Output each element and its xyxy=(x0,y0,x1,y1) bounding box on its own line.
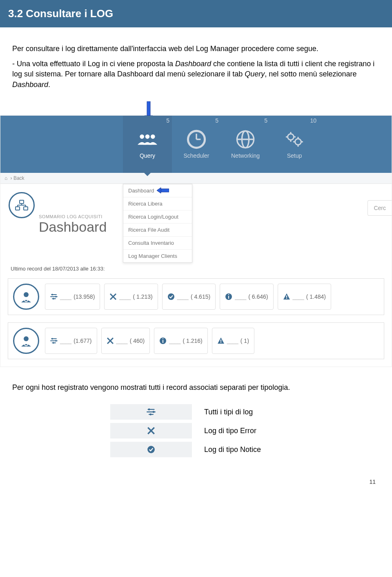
all-icon xyxy=(50,337,58,344)
stat-error[interactable]: ____( 460) xyxy=(101,328,150,354)
svg-rect-42 xyxy=(147,101,150,116)
gears-icon xyxy=(285,130,304,149)
legend-label: Log di tipo Error xyxy=(204,427,256,435)
nav-badge: 10 xyxy=(310,117,316,124)
section-header: 3.2 Consultare i LOG xyxy=(0,0,392,27)
below-paragraph: Per ogni host registrato vengono mostrat… xyxy=(0,367,392,396)
dropdown-item-log-manager-clients[interactable]: Log Manager Clients xyxy=(123,250,192,262)
users-icon xyxy=(138,130,157,149)
query-dropdown: Dashboard Ricerca Libera Ricerca Login/L… xyxy=(123,184,192,263)
page-number: 11 xyxy=(0,466,392,497)
nav-tab-scheduler[interactable]: 5 Scheduler xyxy=(172,116,221,173)
nav-label: Scheduler xyxy=(183,152,209,159)
nav-label: Setup xyxy=(287,152,302,159)
info-icon xyxy=(159,337,167,344)
host-icon xyxy=(13,328,39,354)
nav-badge: 5 xyxy=(166,117,169,124)
all-icon xyxy=(110,404,192,420)
error-icon xyxy=(110,423,192,439)
nav-label: Networking xyxy=(231,152,260,159)
dropdown-item-ricerca-login[interactable]: Ricerca Login/Logout xyxy=(123,210,192,224)
nav-label: Query xyxy=(140,152,155,159)
notice-icon xyxy=(110,442,192,458)
legend-label: Log di tipo Notice xyxy=(204,445,261,454)
nav-badge: 5 xyxy=(264,117,267,124)
warn-icon xyxy=(217,337,225,344)
intro-paragraph: Per consultare i log direttamente dall'i… xyxy=(12,44,380,54)
stat-info[interactable]: ____( 1.216) xyxy=(154,328,207,354)
home-icon[interactable]: ⌂ xyxy=(4,175,7,181)
stat-warn[interactable]: ____( 1) xyxy=(212,328,254,354)
clock-icon xyxy=(187,130,206,149)
all-icon xyxy=(50,293,58,300)
dashboard-icon xyxy=(9,192,35,218)
error-icon xyxy=(109,293,117,300)
stat-all[interactable]: ____(13.958) xyxy=(45,284,100,310)
host-card: ____(13.958) ____( 1.213) ____( 4.615) _… xyxy=(8,278,384,315)
nav-badge: 5 xyxy=(215,117,218,124)
notice-icon xyxy=(167,293,175,300)
nav-tab-setup[interactable]: 10 Setup xyxy=(270,116,319,173)
last-record-time: Ultimo record del 18/07/2013 alle 16:33: xyxy=(0,266,392,275)
breadcrumb: ⌂ › Back xyxy=(0,173,392,184)
dashboard-subtitle: SOMMARIO LOG ACQUISITI xyxy=(39,214,107,219)
dashboard-title: Dashboard xyxy=(39,219,107,235)
dropdown-item-consulta-inventario[interactable]: Consulta Inventario xyxy=(123,237,192,250)
legend-row-error: Log di tipo Error xyxy=(110,423,282,439)
stat-warn[interactable]: ____( 1.484) xyxy=(278,284,331,310)
error-icon xyxy=(107,337,114,344)
host-card: ____(1.677) ____( 460) ____( 1.216) ____… xyxy=(8,322,384,359)
host-icon xyxy=(13,284,39,310)
nav-tab-query[interactable]: 5 Query xyxy=(123,116,172,173)
legend-row-notice: Log di tipo Notice xyxy=(110,442,282,458)
annotation-arrow-left xyxy=(157,187,169,194)
warn-icon xyxy=(283,293,290,300)
info-icon xyxy=(225,293,232,300)
dropdown-item-ricerca-libera[interactable]: Ricerca Libera xyxy=(123,197,192,210)
stat-error[interactable]: ____( 1.213) xyxy=(104,284,158,310)
svg-marker-45 xyxy=(157,188,161,193)
svg-rect-44 xyxy=(161,189,169,192)
legend-label: Tutti i tipi di log xyxy=(204,408,253,416)
globe-icon xyxy=(236,130,255,149)
legend-row-all: Tutti i tipi di log xyxy=(110,404,282,420)
nav-tab-networking[interactable]: 5 Networking xyxy=(221,116,270,173)
top-nav: 5 Query 5 Scheduler 5 Networking 10 Setu… xyxy=(0,116,392,173)
screenshot-dashboard: 5 Query 5 Scheduler 5 Networking 10 Setu… xyxy=(0,115,392,367)
stat-notice[interactable]: ____( 4.615) xyxy=(162,284,216,310)
stat-all[interactable]: ____(1.677) xyxy=(45,328,97,354)
search-input[interactable]: Cerc xyxy=(368,200,392,216)
stat-info[interactable]: ____( 6.646) xyxy=(220,284,273,310)
dropdown-item-dashboard[interactable]: Dashboard xyxy=(123,184,192,197)
procedure-paragraph: - Una volta effettuato il Log in ci vien… xyxy=(12,59,380,90)
log-type-legend: Tutti i tipi di log Log di tipo Error Lo… xyxy=(110,404,282,458)
dropdown-item-ricerca-file[interactable]: Ricerca File Audit xyxy=(123,224,192,237)
breadcrumb-back[interactable]: Back xyxy=(13,175,24,181)
